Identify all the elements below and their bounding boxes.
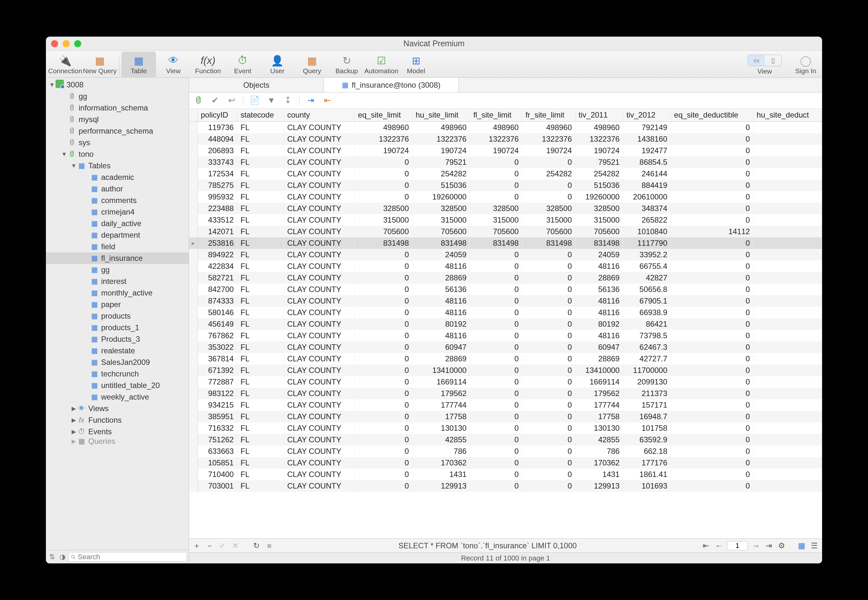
cell[interactable]: 192477 <box>623 145 671 156</box>
table-row[interactable]: 353022FLCLAY COUNTY060947006094762467.30 <box>189 341 822 353</box>
import-icon[interactable]: ⇥ <box>305 95 316 106</box>
cell[interactable]: 1010840 <box>623 226 671 237</box>
cell[interactable]: 772887 <box>197 376 237 388</box>
cell[interactable]: 42855 <box>575 434 623 445</box>
view-toggle-detail-icon[interactable]: ▯ <box>765 55 781 66</box>
cell[interactable]: CLAY COUNTY <box>284 191 354 203</box>
cell[interactable] <box>753 365 822 376</box>
cell[interactable] <box>753 168 822 180</box>
cell[interactable]: 0 <box>522 341 575 353</box>
cell[interactable]: FL <box>237 457 284 469</box>
cell[interactable] <box>753 434 822 445</box>
cell[interactable]: CLAY COUNTY <box>284 203 354 214</box>
table-row[interactable]: 433512FLCLAY COUNTY315000315000315000315… <box>189 214 822 226</box>
cell[interactable]: 0 <box>470 480 522 492</box>
cell[interactable]: 48116 <box>575 295 623 307</box>
cell[interactable]: 0 <box>671 272 753 283</box>
row-indicator[interactable] <box>189 180 197 191</box>
connection-node[interactable]: ▼3008 <box>46 79 189 91</box>
cell[interactable]: 0 <box>522 423 575 434</box>
cell[interactable]: FL <box>237 480 284 492</box>
cell[interactable]: 13410000 <box>575 365 623 376</box>
cell[interactable]: FL <box>237 295 284 307</box>
cell[interactable]: 0 <box>671 480 753 492</box>
cell[interactable]: 86421 <box>623 318 671 330</box>
cell[interactable]: FL <box>237 122 284 133</box>
table-author[interactable]: ▦author <box>46 183 189 195</box>
cell[interactable]: 177176 <box>623 457 671 469</box>
cell[interactable]: 0 <box>522 295 575 307</box>
cell[interactable]: 792149 <box>623 122 671 133</box>
events-folder[interactable]: ▶⏱Events <box>46 426 189 438</box>
cell[interactable]: 253816 <box>197 237 237 249</box>
table-row[interactable]: 633663FLCLAY COUNTY078600786662.180 <box>189 445 822 457</box>
table-row[interactable]: ▸253816FLCLAY COUNTY83149883149883149883… <box>189 237 822 249</box>
cell[interactable]: 0 <box>671 145 753 156</box>
cell[interactable]: 705600 <box>470 226 522 237</box>
apply-icon[interactable]: ✓ <box>218 541 227 550</box>
cell[interactable]: 129913 <box>575 480 623 492</box>
cell[interactable]: 48116 <box>575 307 623 318</box>
cell[interactable]: FL <box>237 203 284 214</box>
cell[interactable]: 716332 <box>197 423 237 434</box>
cell[interactable]: 0 <box>671 399 753 411</box>
cell[interactable]: 190724 <box>412 145 470 156</box>
cell[interactable]: CLAY COUNTY <box>284 249 354 261</box>
cancel-icon[interactable]: ✕ <box>231 541 240 550</box>
cell[interactable]: 28869 <box>412 272 470 283</box>
cell[interactable]: CLAY COUNTY <box>284 480 354 492</box>
table-techcrunch[interactable]: ▦techcrunch <box>46 368 189 380</box>
cell[interactable]: FL <box>237 365 284 376</box>
filter-icon[interactable]: ◑ <box>58 553 67 561</box>
cell[interactable]: CLAY COUNTY <box>284 156 354 168</box>
cell[interactable] <box>753 423 822 434</box>
column-policyID[interactable]: policyID <box>197 109 237 122</box>
cell[interactable]: 0 <box>671 434 753 445</box>
cell[interactable]: 767862 <box>197 330 237 341</box>
cell[interactable]: 1669114 <box>412 376 470 388</box>
cell[interactable]: 0 <box>522 353 575 365</box>
cell[interactable]: CLAY COUNTY <box>284 214 354 226</box>
cell[interactable]: 48116 <box>575 330 623 341</box>
cell[interactable]: FL <box>237 411 284 423</box>
cell[interactable]: 884419 <box>623 180 671 191</box>
cell[interactable] <box>753 203 822 214</box>
cell[interactable]: 0 <box>671 168 753 180</box>
connection-button[interactable]: 🔌Connection <box>48 52 83 78</box>
cell[interactable]: 105851 <box>197 457 237 469</box>
cell[interactable]: 0 <box>470 307 522 318</box>
cell[interactable]: 0 <box>355 295 413 307</box>
cell[interactable]: 0 <box>671 180 753 191</box>
model-button[interactable]: ⊞Model <box>399 52 433 78</box>
cell[interactable]: 0 <box>671 469 753 480</box>
cell[interactable]: 0 <box>470 330 522 341</box>
row-indicator[interactable] <box>189 469 197 480</box>
cell[interactable] <box>753 388 822 399</box>
cell[interactable]: 177744 <box>412 399 470 411</box>
cell[interactable]: 348374 <box>623 203 671 214</box>
cell[interactable]: CLAY COUNTY <box>284 423 354 434</box>
cell[interactable]: 433512 <box>197 214 237 226</box>
cell[interactable]: 190724 <box>522 145 575 156</box>
cell[interactable]: 86854.5 <box>623 156 671 168</box>
cell[interactable]: 1322376 <box>522 133 575 145</box>
table-crimejan4[interactable]: ▦crimejan4 <box>46 206 189 218</box>
cell[interactable]: 315000 <box>355 214 413 226</box>
cell[interactable]: CLAY COUNTY <box>284 353 354 365</box>
cell[interactable]: 14112 <box>671 226 753 237</box>
cell[interactable]: 0 <box>522 156 575 168</box>
cell[interactable]: 0 <box>355 330 413 341</box>
cell[interactable]: 1322376 <box>355 133 413 145</box>
cell[interactable]: 0 <box>355 283 413 295</box>
row-indicator[interactable] <box>189 203 197 214</box>
cell[interactable]: 48116 <box>575 261 623 272</box>
export-icon[interactable]: ⇤ <box>322 95 333 106</box>
cell[interactable]: 79521 <box>412 156 470 168</box>
search-input[interactable] <box>68 552 187 562</box>
cell[interactable]: 0 <box>522 180 575 191</box>
cell[interactable]: 42827 <box>623 272 671 283</box>
cell[interactable]: 179562 <box>575 388 623 399</box>
table-weekly_active[interactable]: ▦weekly_active <box>46 391 189 403</box>
cell[interactable] <box>753 318 822 330</box>
cell[interactable]: CLAY COUNTY <box>284 434 354 445</box>
